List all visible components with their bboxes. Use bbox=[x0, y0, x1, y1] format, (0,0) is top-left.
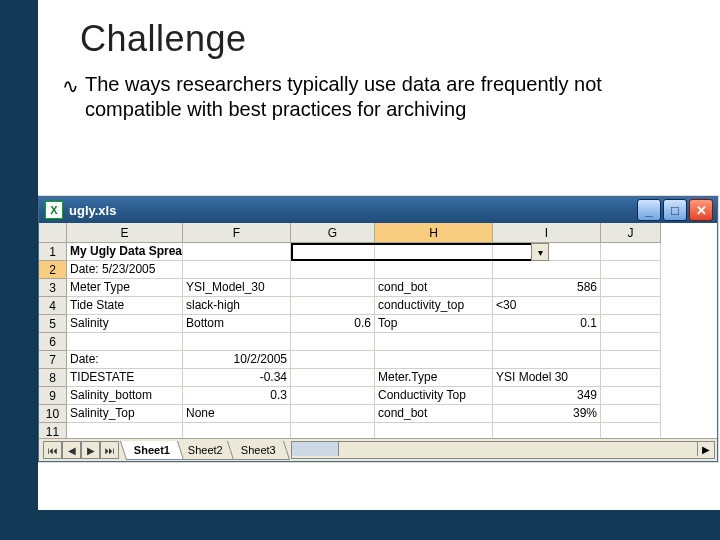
cell-G11[interactable] bbox=[291, 423, 375, 439]
cell-G1[interactable] bbox=[291, 243, 375, 261]
cell-I10[interactable]: 39% bbox=[493, 405, 601, 423]
cell-I8[interactable]: YSI Model 30 bbox=[493, 369, 601, 387]
cell-G3[interactable] bbox=[291, 279, 375, 297]
cell-E4[interactable]: Tide State bbox=[67, 297, 183, 315]
row-header[interactable]: 9 bbox=[39, 387, 67, 405]
table-row[interactable]: 5SalinityBottom0.6Top0.1 bbox=[39, 315, 717, 333]
sheet-tab-3[interactable]: Sheet3 bbox=[227, 441, 290, 460]
cell-F11[interactable] bbox=[183, 423, 291, 439]
cell-I11[interactable] bbox=[493, 423, 601, 439]
col-header-E[interactable]: E bbox=[67, 223, 183, 243]
cell-H1[interactable] bbox=[375, 243, 493, 261]
row-header[interactable]: 10 bbox=[39, 405, 67, 423]
cell-I3[interactable]: 586 bbox=[493, 279, 601, 297]
sheet-nav-last[interactable]: ⏭ bbox=[100, 441, 119, 459]
grid-body[interactable]: 1My Ugly Data Spreadsheet2Date: 5/23/200… bbox=[39, 243, 717, 439]
cell-F4[interactable]: slack-high bbox=[183, 297, 291, 315]
table-row[interactable]: 3Meter TypeYSI_Model_30cond_bot586 bbox=[39, 279, 717, 297]
window-titlebar[interactable]: X ugly.xls _ □ ✕ bbox=[39, 197, 717, 223]
cell-H2[interactable] bbox=[375, 261, 493, 279]
cell-F5[interactable]: Bottom bbox=[183, 315, 291, 333]
cell-J9[interactable] bbox=[601, 387, 661, 405]
cell-F7[interactable]: 10/2/2005 bbox=[183, 351, 291, 369]
cell-F9[interactable]: 0.3 bbox=[183, 387, 291, 405]
cell-E2[interactable]: Date: 5/23/2005 bbox=[67, 261, 183, 279]
cell-I2[interactable] bbox=[493, 261, 601, 279]
cell-H6[interactable] bbox=[375, 333, 493, 351]
cell-J1[interactable] bbox=[601, 243, 661, 261]
horizontal-scrollbar[interactable]: ▶ bbox=[291, 441, 715, 459]
cell-E1[interactable]: My Ugly Data Spreadsheet bbox=[67, 243, 183, 261]
cell-G5[interactable]: 0.6 bbox=[291, 315, 375, 333]
cell-G8[interactable] bbox=[291, 369, 375, 387]
cell-F1[interactable] bbox=[183, 243, 291, 261]
table-row[interactable]: 6 bbox=[39, 333, 717, 351]
cell-E5[interactable]: Salinity bbox=[67, 315, 183, 333]
cell-H8[interactable]: Meter.Type bbox=[375, 369, 493, 387]
cell-J3[interactable] bbox=[601, 279, 661, 297]
table-row[interactable]: 1My Ugly Data Spreadsheet bbox=[39, 243, 717, 261]
cell-E11[interactable] bbox=[67, 423, 183, 439]
row-header[interactable]: 11 bbox=[39, 423, 67, 439]
cell-E10[interactable]: Salinity_Top bbox=[67, 405, 183, 423]
table-row[interactable]: 9Salinity_bottom0.3Conductivity Top349 bbox=[39, 387, 717, 405]
row-header[interactable]: 2 bbox=[39, 261, 67, 279]
table-row[interactable]: 10Salinity_TopNonecond_bot39% bbox=[39, 405, 717, 423]
cell-E3[interactable]: Meter Type bbox=[67, 279, 183, 297]
cell-H4[interactable]: conductivity_top bbox=[375, 297, 493, 315]
cell-J5[interactable] bbox=[601, 315, 661, 333]
scrollbar-thumb[interactable] bbox=[292, 442, 339, 456]
scroll-right-icon[interactable]: ▶ bbox=[697, 442, 714, 456]
sheet-tab-1[interactable]: Sheet1 bbox=[120, 441, 184, 460]
col-header-F[interactable]: F bbox=[183, 223, 291, 243]
cell-I7[interactable] bbox=[493, 351, 601, 369]
row-header[interactable]: 6 bbox=[39, 333, 67, 351]
cell-J10[interactable] bbox=[601, 405, 661, 423]
row-header[interactable]: 3 bbox=[39, 279, 67, 297]
cell-E9[interactable]: Salinity_bottom bbox=[67, 387, 183, 405]
row-header[interactable]: 1 bbox=[39, 243, 67, 261]
table-row[interactable]: 8TIDESTATE-0.34Meter.TypeYSI Model 30 bbox=[39, 369, 717, 387]
cell-E6[interactable] bbox=[67, 333, 183, 351]
col-header-H[interactable]: H bbox=[375, 223, 493, 243]
maximize-button[interactable]: □ bbox=[663, 199, 687, 221]
cell-G10[interactable] bbox=[291, 405, 375, 423]
table-row[interactable]: 4Tide Stateslack-highconductivity_top<30 bbox=[39, 297, 717, 315]
cell-F10[interactable]: None bbox=[183, 405, 291, 423]
cell-E7[interactable]: Date: bbox=[67, 351, 183, 369]
row-header[interactable]: 8 bbox=[39, 369, 67, 387]
cell-J4[interactable] bbox=[601, 297, 661, 315]
cell-J2[interactable] bbox=[601, 261, 661, 279]
cell-G4[interactable] bbox=[291, 297, 375, 315]
row-header[interactable]: 5 bbox=[39, 315, 67, 333]
close-button[interactable]: ✕ bbox=[689, 199, 713, 221]
cell-G9[interactable] bbox=[291, 387, 375, 405]
autofilter-dropdown-icon[interactable]: ▾ bbox=[531, 243, 549, 261]
cell-H3[interactable]: cond_bot bbox=[375, 279, 493, 297]
cell-F2[interactable] bbox=[183, 261, 291, 279]
cell-I5[interactable]: 0.1 bbox=[493, 315, 601, 333]
cell-H9[interactable]: Conductivity Top bbox=[375, 387, 493, 405]
cell-I4[interactable]: <30 bbox=[493, 297, 601, 315]
cell-H10[interactable]: cond_bot bbox=[375, 405, 493, 423]
cell-J7[interactable] bbox=[601, 351, 661, 369]
row-header[interactable]: 7 bbox=[39, 351, 67, 369]
cell-I9[interactable]: 349 bbox=[493, 387, 601, 405]
cell-F6[interactable] bbox=[183, 333, 291, 351]
col-header-J[interactable]: J bbox=[601, 223, 661, 243]
cell-H11[interactable] bbox=[375, 423, 493, 439]
cell-J6[interactable] bbox=[601, 333, 661, 351]
table-row[interactable]: 2Date: 5/23/2005 bbox=[39, 261, 717, 279]
cell-F8[interactable]: -0.34 bbox=[183, 369, 291, 387]
cell-F3[interactable]: YSI_Model_30 bbox=[183, 279, 291, 297]
cell-G6[interactable] bbox=[291, 333, 375, 351]
col-header-I[interactable]: I bbox=[493, 223, 601, 243]
table-row[interactable]: 7Date:10/2/2005 bbox=[39, 351, 717, 369]
cell-H7[interactable] bbox=[375, 351, 493, 369]
sheet-nav-prev[interactable]: ◀ bbox=[62, 441, 81, 459]
row-header[interactable]: 4 bbox=[39, 297, 67, 315]
cell-G7[interactable] bbox=[291, 351, 375, 369]
cell-I6[interactable] bbox=[493, 333, 601, 351]
cell-J11[interactable] bbox=[601, 423, 661, 439]
sheet-nav-next[interactable]: ▶ bbox=[81, 441, 100, 459]
